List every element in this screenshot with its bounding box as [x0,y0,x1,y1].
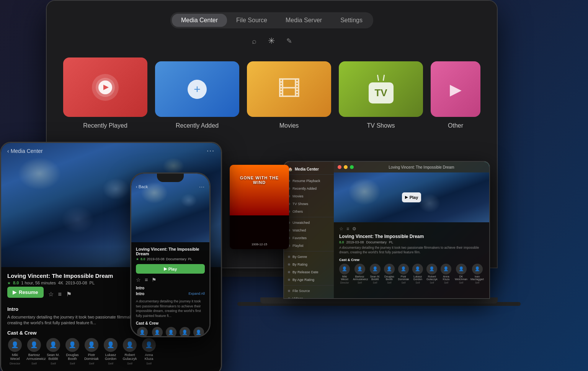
window-controls [338,165,354,169]
card-tv-shows-label: TV Shows [367,122,395,129]
play-triangle-icon [103,85,109,90]
laptop-avatar-7: 👤 [441,264,451,274]
tab-media-server[interactable]: Media Server [276,14,331,27]
card-other-label: Other [448,122,463,129]
iphone-more-button[interactable]: ··· [199,184,205,190]
iphone-intro-title: Intro [136,286,205,290]
laptop-cast-4: 👤 Piotr Dominiak Self [398,264,409,284]
play-triangle-laptop [405,196,408,199]
poster-year: 1939-12-15 [230,243,289,246]
iphone-bookmark-icon[interactable]: ☆ [136,277,141,283]
laptop-hero-artwork: Play [334,172,489,222]
window-maximize-button[interactable] [350,165,354,169]
iphone-back-button[interactable]: ‹ Back [136,184,148,189]
cast-role-1: Self [31,362,37,365]
iphone-expand-button[interactable]: Expand All [188,292,205,297]
flag-icon[interactable]: ⚑ [66,291,72,298]
ipad-header: ‹ Media Center ··· [7,147,215,155]
laptop-cast-2: 👤 Sean M. Boblitt Self [369,264,381,284]
sidebar-item-file-source[interactable]: File Source [284,287,334,295]
card-other-inner: ▶ [431,61,480,117]
card-tv-shows[interactable]: TV TV Shows [339,61,423,129]
sidebar-title-text: Media Center [295,167,319,171]
laptop-star-button[interactable]: ☆ [339,226,343,231]
cast-avatar-2: 👤 [46,338,60,352]
ipad-more-button[interactable]: ··· [207,147,215,155]
sidebar-item-favorites[interactable]: Favorites [284,234,334,242]
sidebar-item-rating[interactable]: By Rating [284,261,334,268]
sidebar-item-others[interactable]: Others [284,208,334,215]
card-recently-added[interactable]: + Recently Added [155,61,239,129]
cast-role-4: Self [89,362,94,365]
laptop-type: Documentary [366,240,387,244]
sidebar-item-resume[interactable]: Resume Playback [284,177,334,185]
sidebar-item-videos[interactable]: Videos [284,295,334,298]
laptop-play-button[interactable]: Play [402,192,421,202]
sidebar-item-playlist[interactable]: Playlist [284,242,334,250]
cast-name-2: Sean M. Boblitt [46,353,61,361]
play-icon-small: ▶ [13,289,16,295]
sidebar-item-watched[interactable]: Watched [284,227,334,234]
movie-poster: Gone with the Wind 1939-12-15 [230,165,289,249]
ipad-language: PL [90,281,95,285]
laptop-window-title: Loving Vincent: The Impossible Dream [358,165,485,169]
card-movies[interactable]: 🎞 Movies [247,61,331,129]
iphone-expand-row: Intro Expand All [136,292,205,297]
cast-avatar-1: 👤 [27,338,41,352]
card-recently-played[interactable]: Recently Played [63,57,147,129]
iphone-play-button[interactable]: ▶ Play [136,264,205,274]
window-minimize-button[interactable] [344,165,348,169]
list-icon[interactable]: ≡ [58,291,62,298]
tab-settings[interactable]: Settings [331,14,372,27]
sidebar-item-release-date[interactable]: By Release Date [284,268,334,276]
loading-icon: ✳ [268,36,275,46]
sidebar-item-age-rating[interactable]: By Age Rating [284,276,334,284]
laptop-list-button[interactable]: ≡ [346,226,349,231]
iphone-cast-4: 👤 Piotr [193,327,204,336]
cast-item-0: 👤 Miki Wecel Director [7,338,23,365]
laptop-avatar-1: 👤 [354,264,365,274]
iphone-list-icon[interactable]: ≡ [145,277,148,283]
tv-ear-left [377,75,379,81]
iphone-header: ‹ Back ··· [136,184,205,190]
cast-role-2: Self [51,362,56,365]
laptop-info-icons: ☆ ≡ ⚙ [339,226,356,231]
sidebar-item-tv[interactable]: TV Shows [284,200,334,208]
sidebar-resume-label: Resume Playback [292,179,320,183]
iphone-flag-icon[interactable]: ⚑ [152,277,157,283]
tv-text-icon: TV [369,82,394,103]
poster-text-block: Gone with the Wind [230,172,289,189]
laptop-description: A documentary detailing the journey it t… [339,246,484,255]
window-close-button[interactable] [338,165,341,169]
cast-item-7: 👤 Anna Kluza Self [141,338,157,365]
ipad-resume-button[interactable]: ▶ Resume [7,287,44,298]
tab-file-source[interactable]: File Source [227,14,276,27]
cast-role-0: Director [10,362,20,365]
card-recently-added-label: Recently Added [176,122,219,129]
laptop-settings-button[interactable]: ⚙ [352,226,356,231]
bookmark-icon[interactable]: ☆ [48,291,54,298]
search-icon[interactable]: ⌕ [252,37,256,46]
sidebar-release-label: By Release Date [292,270,318,274]
laptop-cast-title: Cast & Crew [339,258,484,262]
laptop-play-label: Play [410,195,418,200]
laptop-cast-7: 👤 Anna Kluza Self [441,264,452,284]
ipad-back-button[interactable]: ‹ Media Center [7,148,43,154]
iphone-notch [157,174,184,182]
sidebar-item-movies[interactable]: Movies [284,192,334,200]
card-other[interactable]: ▶ Other [431,61,480,129]
iphone-description: A documentary detailing the journey it t… [136,299,205,318]
sidebar-item-genre[interactable]: By Genre [284,253,334,261]
tab-media-center[interactable]: Media Center [172,14,227,27]
sidebar-item-recently-added[interactable]: Recently Added [284,185,334,192]
tv-ear-right [383,75,385,81]
laptop-avatar-8: 👤 [456,264,467,274]
tv-icon-wrapper: TV [369,75,394,103]
edit-icon[interactable]: ✎ [286,37,292,45]
iphone-avatar-2: 👤 [166,327,176,336]
cast-name-6: Robert Gulaczyk [122,353,137,361]
laptop-device: 🏠 Media Center Resume Playback Recently … [283,161,490,299]
laptop-avatar-2: 👤 [370,264,381,274]
sidebar-item-unwatched[interactable]: Unwatched [284,219,334,227]
iphone-year: 2019-03-08 [147,257,165,261]
